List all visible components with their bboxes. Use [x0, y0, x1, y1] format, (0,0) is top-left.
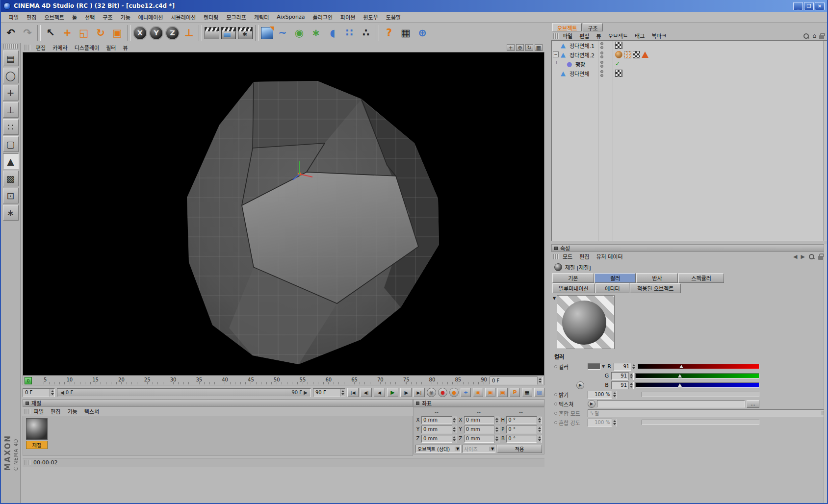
- pos-y-field[interactable]: 0 mm: [421, 426, 457, 433]
- viewport-canvas[interactable]: [23, 52, 544, 376]
- collapse-triangle-icon[interactable]: ▼: [553, 296, 556, 301]
- object-row-child[interactable]: └ ● 팽창 ✓: [552, 59, 828, 69]
- lock-icon[interactable]: [818, 256, 823, 260]
- tab-color[interactable]: 컬러: [595, 273, 636, 283]
- menu-simulation[interactable]: 시뮬레이션: [167, 12, 200, 22]
- om-menu-objects[interactable]: 오브젝트: [605, 31, 631, 40]
- render-dot[interactable]: [600, 74, 603, 77]
- prev-key-button[interactable]: ◀|: [361, 388, 372, 397]
- brightness-slider[interactable]: [642, 392, 759, 397]
- menu-python[interactable]: 파이썬: [336, 12, 359, 22]
- object-row[interactable]: ▲ 정다면체.1: [552, 41, 828, 50]
- texture-axis-icon[interactable]: ⊡: [3, 188, 19, 203]
- autokey-button[interactable]: ●: [449, 388, 459, 397]
- mix-strength-field[interactable]: 100 %: [588, 419, 617, 427]
- lock-x-button[interactable]: X: [133, 26, 147, 40]
- slider-marker-icon[interactable]: [678, 383, 682, 387]
- search-icon[interactable]: [808, 253, 815, 260]
- object-list-scrollbar[interactable]: [823, 41, 828, 241]
- visibility-dots[interactable]: [600, 42, 603, 49]
- attr-menu-mode[interactable]: 모드: [559, 252, 576, 261]
- close-button[interactable]: ✕: [815, 2, 825, 10]
- search-icon[interactable]: [803, 33, 809, 39]
- rot-h-field[interactable]: 0 °: [506, 416, 542, 424]
- material-name-label[interactable]: 재질: [26, 441, 48, 449]
- record-position-toggle[interactable]: ▣: [473, 388, 483, 397]
- pan-view-icon[interactable]: +: [507, 44, 515, 51]
- toolbar-grip[interactable]: [3, 44, 18, 49]
- lock-icon[interactable]: [819, 35, 824, 39]
- enabled-check-icon[interactable]: ✓: [615, 60, 620, 67]
- pos-z-field[interactable]: 0 mm: [421, 435, 457, 443]
- menu-functions[interactable]: 기능: [117, 12, 134, 22]
- menu-tools[interactable]: 툴: [68, 12, 81, 22]
- spinner[interactable]: [537, 435, 542, 443]
- home-icon[interactable]: ⌂: [812, 32, 816, 39]
- spinner[interactable]: [612, 419, 617, 427]
- object-row[interactable]: ▲ 정다면체: [552, 69, 828, 78]
- range-end-field[interactable]: 90 F: [313, 388, 345, 397]
- texture-tag-icon[interactable]: [633, 51, 640, 58]
- minimize-button[interactable]: _: [793, 2, 803, 10]
- menu-render[interactable]: 렌더링: [200, 12, 222, 22]
- mats-menu-function[interactable]: 기능: [64, 407, 81, 416]
- rotate-tool-icon[interactable]: ↻: [92, 24, 109, 42]
- menu-mograph[interactable]: 모그라프: [222, 12, 250, 22]
- om-menu-tags[interactable]: 태그: [631, 31, 648, 40]
- attr-menu-edit[interactable]: 편집: [576, 252, 593, 261]
- add-spline-icon[interactable]: ~: [274, 24, 291, 42]
- spinner[interactable]: [452, 416, 457, 424]
- current-frame-field[interactable]: 0 F: [490, 377, 543, 384]
- range-end-spinner[interactable]: [340, 389, 345, 397]
- keyframe-selection-toggle[interactable]: +: [461, 388, 471, 397]
- browser-icon[interactable]: ⊕: [414, 24, 431, 42]
- menu-edit[interactable]: 편집: [23, 12, 40, 22]
- redo-icon[interactable]: ↷: [19, 24, 36, 42]
- make-editable-icon[interactable]: ▤: [3, 50, 19, 66]
- menu-objects[interactable]: 오브젝트: [41, 12, 68, 22]
- expand-color-button[interactable]: ▶: [576, 381, 584, 389]
- spinner[interactable]: [628, 381, 633, 389]
- next-key-button[interactable]: |▶: [400, 388, 412, 397]
- om-menu-view[interactable]: 뷰: [593, 31, 605, 40]
- toggle-views-icon[interactable]: ▦: [535, 44, 543, 51]
- mix-strength-slider[interactable]: [642, 420, 759, 425]
- slider-marker-icon[interactable]: [678, 374, 682, 378]
- rotate-view-icon[interactable]: ↻: [525, 44, 533, 51]
- om-menu-edit[interactable]: 편집: [576, 31, 593, 40]
- object-name[interactable]: 정다면체.1: [569, 42, 595, 50]
- tab-illumination[interactable]: 일루미네이션: [552, 283, 595, 293]
- add-scene-icon[interactable]: ∷: [341, 24, 358, 42]
- render-dot[interactable]: [600, 65, 603, 68]
- panel-grip[interactable]: [553, 33, 559, 39]
- om-menu-bookmarks[interactable]: 북마크: [648, 31, 670, 40]
- prev-frame-button[interactable]: ◀: [374, 388, 385, 397]
- spinner[interactable]: [494, 416, 499, 424]
- phong-tag-icon[interactable]: [642, 51, 648, 58]
- object-mode-dropdown[interactable]: 오브젝트 (상대) ▼: [415, 445, 461, 453]
- rot-b-field[interactable]: 0 °: [506, 435, 542, 443]
- r-slider[interactable]: [638, 364, 759, 369]
- tab-specular[interactable]: 스펙큘러: [678, 273, 724, 283]
- record-parameter-toggle[interactable]: P: [510, 388, 520, 397]
- panel-grip[interactable]: [25, 409, 30, 414]
- menu-character[interactable]: 캐릭터: [250, 12, 273, 22]
- vp-menu-view[interactable]: 뷰: [119, 43, 131, 52]
- spinner[interactable]: [612, 391, 617, 399]
- mats-menu-file[interactable]: 파일: [30, 407, 47, 416]
- add-modifier-icon[interactable]: ∗: [308, 24, 324, 42]
- lock-z-button[interactable]: Z: [165, 26, 180, 40]
- visibility-dots[interactable]: [600, 61, 603, 68]
- points-mode-icon[interactable]: ∷: [3, 119, 19, 135]
- tab-structure[interactable]: 구조: [583, 23, 602, 31]
- history-back-icon[interactable]: ◀: [793, 253, 797, 260]
- render-dot[interactable]: [600, 55, 603, 58]
- b-value-field[interactable]: 91: [611, 381, 634, 389]
- object-row[interactable]: − ▲ 정다면체.2: [552, 50, 828, 59]
- smoothing-tag-icon[interactable]: [615, 51, 622, 58]
- visibility-dots[interactable]: [600, 51, 603, 58]
- texture-expand-button[interactable]: ▶: [588, 400, 595, 408]
- timeline-playhead[interactable]: 0: [25, 377, 32, 384]
- edges-mode-icon[interactable]: ▢: [3, 136, 19, 152]
- spinner[interactable]: [494, 426, 499, 433]
